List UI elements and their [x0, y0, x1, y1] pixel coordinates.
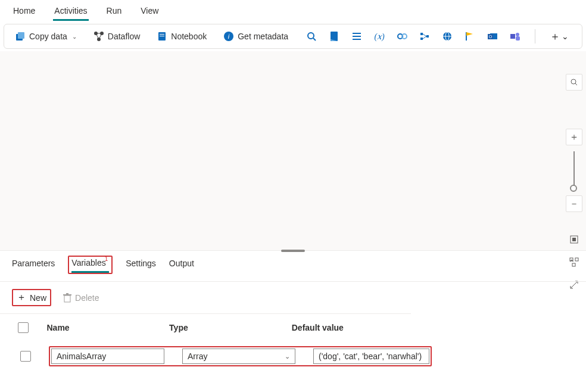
zoom-slider[interactable]	[573, 151, 575, 189]
chevron-down-icon: ⌄	[285, 353, 290, 360]
get-metadata-label: Get metadata	[238, 32, 288, 41]
web-icon[interactable]	[442, 31, 453, 42]
top-nav: Home Activities Run View	[0, 0, 586, 21]
add-activity-button[interactable]: ＋ ⌄	[550, 29, 569, 43]
tab-output[interactable]: Output	[169, 259, 194, 273]
collapse-panel-button[interactable]: ⌃	[568, 258, 575, 267]
copy-data-label: Copy data	[29, 32, 67, 41]
canvas-zoom-controls: ＋ －	[566, 108, 582, 212]
trash-icon	[63, 293, 71, 303]
tab-variables[interactable]: Variables1	[71, 258, 109, 273]
lookup-icon[interactable]	[397, 31, 407, 42]
svg-rect-33	[572, 238, 576, 241]
variables-badge: 1	[105, 256, 108, 262]
toolbar-extra-icons: (𝑥) O ＋ ⌄	[306, 29, 569, 43]
flag-icon[interactable]	[465, 31, 475, 42]
svg-rect-14	[353, 36, 361, 37]
svg-rect-38	[63, 294, 71, 295]
svg-rect-6	[160, 34, 164, 35]
plus-icon: ＋	[550, 29, 560, 43]
tab-home[interactable]: Home	[12, 4, 36, 21]
variable-row-area: AnimalsArray Array ⌄ ('dog', 'cat', 'bea…	[12, 339, 399, 371]
dataflow-label: Dataflow	[108, 32, 140, 41]
svg-rect-27	[510, 34, 515, 39]
tab-parameters[interactable]: Parameters	[12, 259, 55, 273]
new-label: New	[30, 293, 46, 303]
list-icon[interactable]	[351, 31, 362, 42]
tab-variables-label: Variables	[71, 258, 105, 267]
bottom-panel-tabs: Parameters Variables1 Settings Output ⌃	[0, 251, 586, 282]
script-icon[interactable]	[329, 31, 339, 42]
svg-rect-19	[420, 38, 423, 40]
svg-rect-7	[160, 36, 164, 36]
svg-rect-1	[18, 32, 24, 39]
row-checkbox[interactable]	[20, 351, 31, 362]
svg-line-11	[313, 38, 316, 41]
variable-type-value: Array	[188, 351, 207, 361]
select-all-checkbox[interactable]	[18, 322, 29, 333]
teams-icon[interactable]	[510, 31, 520, 42]
tab-run[interactable]: Run	[105, 4, 123, 21]
canvas-search-button[interactable]	[566, 74, 582, 91]
variables-toolbar: ＋ New Delete	[0, 282, 411, 314]
delete-label: Delete	[75, 293, 99, 303]
zoom-out-button[interactable]: －	[566, 195, 582, 212]
outlook-icon[interactable]: O	[487, 31, 498, 42]
dataflow-icon	[93, 31, 104, 42]
chevron-down-icon: ⌄	[562, 32, 569, 41]
new-variable-button[interactable]: ＋ New	[17, 291, 46, 304]
delete-variable-button[interactable]: Delete	[63, 293, 99, 303]
new-button-highlight: ＋ New	[12, 289, 51, 306]
notebook-label: Notebook	[171, 32, 207, 41]
variables-header-row: Name Type Default value	[12, 320, 399, 339]
tab-settings[interactable]: Settings	[126, 259, 156, 273]
search-icon[interactable]	[306, 31, 317, 42]
tab-view[interactable]: View	[139, 4, 160, 21]
tab-variables-highlight: Variables1	[68, 256, 113, 274]
switch-icon[interactable]	[419, 31, 430, 42]
svg-line-31	[575, 83, 577, 85]
plus-icon: ＋	[17, 291, 26, 304]
row-highlight: AnimalsArray Array ⌄ ('dog', 'cat', 'bea…	[49, 346, 432, 366]
variable-icon[interactable]: (𝑥)	[374, 31, 385, 42]
fit-to-screen-button[interactable]	[566, 231, 582, 248]
variable-name-input[interactable]: AnimalsArray	[51, 349, 164, 364]
svg-rect-13	[353, 33, 361, 34]
svg-point-28	[516, 33, 519, 36]
zoom-in-button[interactable]: ＋	[566, 129, 582, 145]
notebook-icon	[157, 31, 167, 42]
svg-rect-20	[426, 35, 429, 38]
table-row: AnimalsArray Array ⌄ ('dog', 'cat', 'bea…	[14, 343, 397, 370]
tab-activities[interactable]: Activities	[53, 4, 88, 21]
svg-text:O: O	[489, 35, 493, 39]
copy-data-button[interactable]: Copy data ⌄	[13, 30, 79, 43]
svg-rect-15	[353, 39, 361, 40]
svg-rect-37	[64, 295, 70, 302]
notebook-button[interactable]: Notebook	[154, 30, 209, 43]
get-metadata-button[interactable]: i Get metadata	[221, 30, 291, 43]
variable-default-input[interactable]: ('dog', 'cat', 'bear', 'narwhal')	[313, 349, 429, 364]
col-type-header: Type	[169, 323, 274, 332]
variable-default-value: ('dog', 'cat', 'bear', 'narwhal')	[319, 351, 422, 361]
activities-toolbar: Copy data ⌄ Dataflow Notebook i Get meta…	[4, 24, 582, 49]
variable-name-value: AnimalsArray	[57, 351, 106, 361]
zoom-knob[interactable]	[570, 185, 577, 192]
col-name-header: Name	[46, 323, 151, 332]
dataflow-button[interactable]: Dataflow	[91, 30, 142, 43]
copy-data-icon	[15, 31, 26, 42]
variable-type-select[interactable]: Array ⌄	[182, 349, 295, 364]
col-default-header: Default value	[292, 323, 399, 332]
chevron-down-icon: ⌄	[72, 33, 77, 40]
variables-table: Name Type Default value AnimalsArray Arr…	[0, 314, 411, 377]
pipeline-canvas[interactable]: ＋ －	[0, 51, 586, 251]
svg-rect-39	[66, 293, 68, 294]
info-icon: i	[223, 31, 234, 42]
separator	[535, 29, 535, 43]
svg-point-10	[308, 33, 314, 39]
svg-point-30	[571, 79, 576, 84]
svg-rect-29	[516, 36, 520, 41]
svg-rect-18	[420, 33, 423, 35]
